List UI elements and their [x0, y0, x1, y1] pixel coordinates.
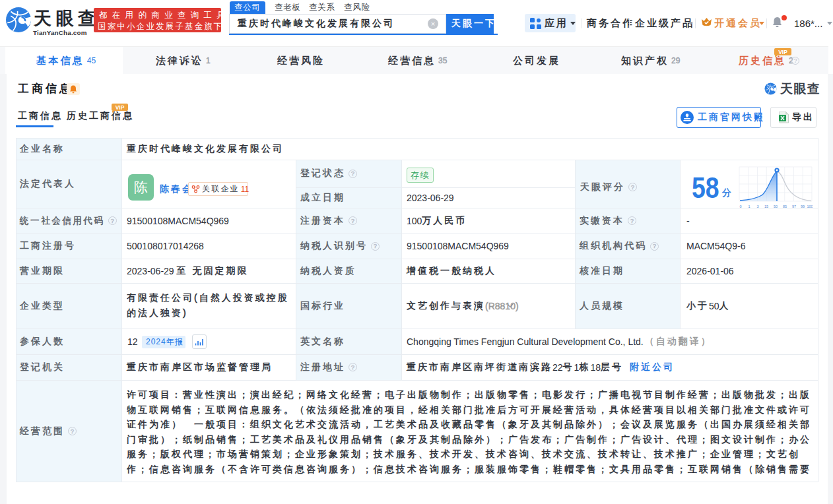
- svg-text:97: 97: [792, 205, 796, 208]
- svg-text:3: 3: [756, 205, 758, 208]
- svg-text:15: 15: [764, 205, 768, 208]
- svg-text:50: 50: [774, 205, 778, 208]
- svg-text:1: 1: [748, 205, 750, 208]
- svg-text:0: 0: [739, 205, 741, 208]
- svg-text:100: 100: [807, 205, 813, 208]
- svg-text:85: 85: [783, 205, 787, 208]
- svg-text:99: 99: [801, 205, 805, 208]
